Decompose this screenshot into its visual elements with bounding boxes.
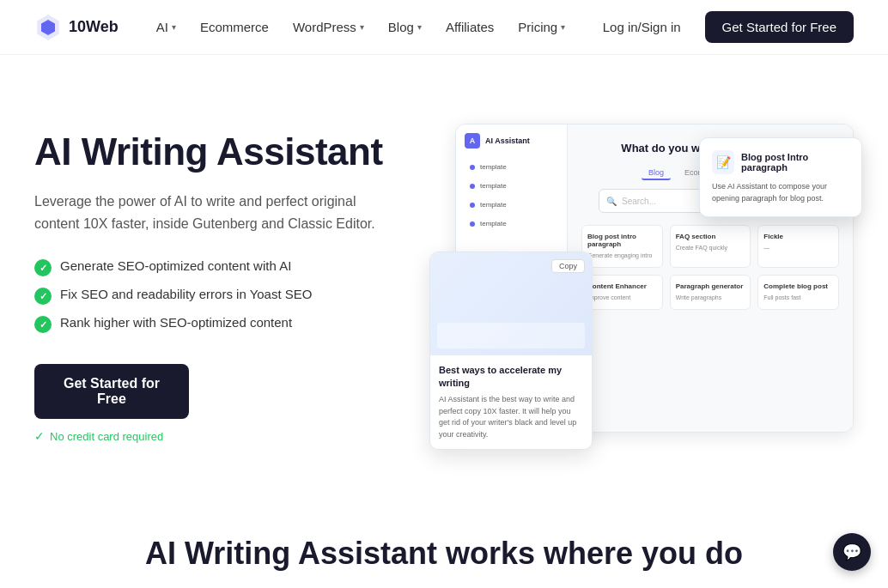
feature-list: Generate SEO-optimized content with AI F… bbox=[34, 258, 395, 333]
navbar: 10Web AI ▾ Ecommerce WordPress ▾ Blog ▾ … bbox=[0, 0, 888, 55]
search-placeholder: Search... bbox=[622, 197, 656, 206]
feature-text-3: Rank higher with SEO-optimized content bbox=[60, 315, 292, 330]
nav-item-wordpress[interactable]: WordPress ▾ bbox=[283, 13, 374, 41]
chat-bubble-button[interactable]: 💬 bbox=[833, 533, 871, 571]
sidebar-dot-icon bbox=[470, 165, 475, 170]
nav-right: Log in/Sign in Get Started for Free bbox=[593, 11, 854, 43]
copy-badge[interactable]: Copy bbox=[551, 259, 585, 273]
login-button[interactable]: Log in/Sign in bbox=[593, 13, 691, 41]
sidebar-item: template bbox=[465, 178, 558, 194]
no-credit-note: ✓ No credit card required bbox=[34, 429, 395, 443]
chevron-down-icon: ▾ bbox=[172, 22, 176, 32]
search-icon: 🔍 bbox=[606, 197, 617, 206]
sidebar-ai-label: AI Assistant bbox=[485, 136, 530, 145]
sidebar-dot-icon bbox=[470, 203, 475, 208]
feature-text-2: Fix SEO and readability errors in Yoast … bbox=[60, 287, 312, 301]
tooltip-header: 📝 Blog post Intro paragraph bbox=[712, 150, 849, 174]
tooltip-subtitle: Use AI Assistant to compose your opening… bbox=[712, 181, 849, 204]
nav-item-ecommerce[interactable]: Ecommerce bbox=[190, 13, 279, 41]
check-icon bbox=[34, 288, 52, 305]
logo[interactable]: 10Web bbox=[34, 14, 119, 41]
hero-cta-button[interactable]: Get Started for Free bbox=[34, 364, 189, 419]
nav-item-blog[interactable]: Blog ▾ bbox=[378, 13, 432, 41]
hero-left: AI Writing Assistant Leverage the power … bbox=[34, 130, 395, 444]
floating-card-image: Copy bbox=[430, 252, 592, 355]
check-icon bbox=[34, 259, 52, 276]
chevron-down-icon: ▾ bbox=[561, 22, 565, 32]
list-item: Rank higher with SEO-optimized content bbox=[34, 315, 395, 333]
logo-icon bbox=[34, 14, 62, 41]
brand-name: 10Web bbox=[69, 18, 119, 36]
list-item: Generate SEO-optimized content with AI bbox=[34, 258, 395, 276]
feature-text-1: Generate SEO-optimized content with AI bbox=[60, 258, 291, 273]
chevron-down-icon: ▾ bbox=[417, 22, 422, 32]
mini-card-2[interactable]: FAQ section Create FAQ quickly bbox=[670, 225, 751, 268]
hero-right: A AI Assistant template template t bbox=[429, 124, 854, 450]
bottom-section: AI Writing Assistant works where you do bbox=[0, 501, 888, 588]
mini-card-5[interactable]: Paragraph generator Write paragraphs bbox=[670, 275, 751, 310]
check-icon: ✓ bbox=[34, 429, 45, 443]
sidebar-item: template bbox=[465, 197, 558, 213]
chat-icon: 💬 bbox=[842, 543, 861, 561]
sidebar-dot-icon bbox=[470, 184, 475, 189]
hero-section: AI Writing Assistant Leverage the power … bbox=[0, 55, 888, 501]
tab-blog[interactable]: Blog bbox=[642, 167, 671, 180]
sidebar-dot-icon bbox=[470, 221, 475, 227]
nav-cta-button[interactable]: Get Started for Free bbox=[705, 11, 854, 43]
mini-card-4[interactable]: Content Enhancer Improve content bbox=[581, 275, 663, 310]
chevron-down-icon: ▾ bbox=[360, 22, 364, 32]
floating-card-title: Best ways to accelerate my writing bbox=[439, 364, 583, 389]
check-icon bbox=[34, 316, 52, 333]
tooltip-icon: 📝 bbox=[712, 150, 734, 174]
sidebar-item: template bbox=[465, 159, 558, 175]
cards-grid: Blog post intro paragraph Generate engag… bbox=[581, 225, 839, 310]
nav-links: AI ▾ Ecommerce WordPress ▾ Blog ▾ Affili… bbox=[146, 13, 593, 41]
mini-card-1[interactable]: Blog post intro paragraph Generate engag… bbox=[581, 225, 663, 268]
mini-card-3[interactable]: Fickle — bbox=[757, 225, 839, 268]
tooltip-title: Blog post Intro paragraph bbox=[741, 152, 849, 173]
nav-item-affiliates[interactable]: Affiliates bbox=[435, 13, 504, 41]
floating-card-body: Best ways to accelerate my writing AI As… bbox=[430, 355, 592, 449]
list-item: Fix SEO and readability errors in Yoast … bbox=[34, 287, 395, 305]
hero-title: AI Writing Assistant bbox=[34, 130, 395, 174]
nav-item-ai[interactable]: AI ▾ bbox=[146, 13, 186, 41]
floating-card-text: AI Assistant is the best way to write an… bbox=[439, 394, 583, 440]
no-credit-text: No credit card required bbox=[50, 430, 163, 443]
floating-blog-card: Copy Best ways to accelerate my writing … bbox=[429, 252, 593, 450]
floating-tooltip: 📝 Blog post Intro paragraph Use AI Assis… bbox=[699, 137, 862, 217]
mini-card-6[interactable]: Complete blog post Full posts fast bbox=[757, 275, 839, 310]
sidebar-item: template bbox=[465, 215, 558, 232]
nav-item-pricing[interactable]: Pricing ▾ bbox=[508, 13, 575, 41]
hero-subtitle: Leverage the power of AI to write and pe… bbox=[34, 191, 395, 234]
screenshot-container: A AI Assistant template template t bbox=[429, 124, 854, 450]
bottom-title: AI Writing Assistant works where you do bbox=[34, 536, 854, 572]
